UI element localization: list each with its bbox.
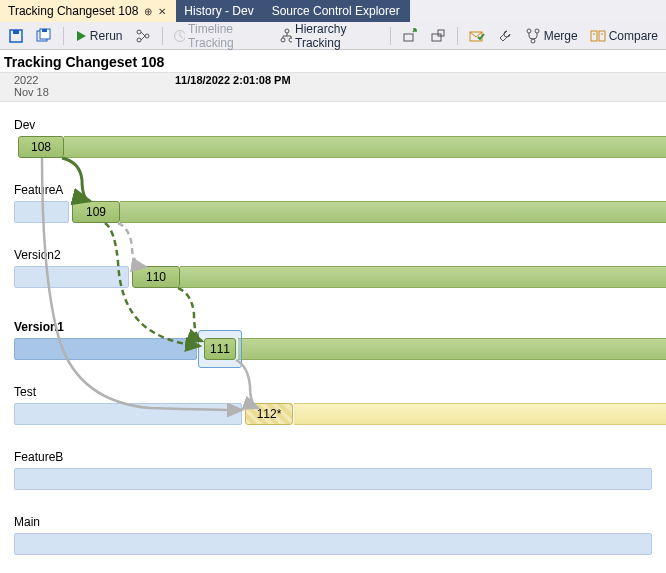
- timeline-tracking-button: Timeline Tracking: [169, 20, 270, 52]
- lane-version2: [180, 266, 666, 288]
- branch-button[interactable]: [131, 26, 155, 46]
- svg-rect-14: [432, 34, 441, 41]
- timeline-label: Timeline Tracking: [188, 22, 267, 50]
- merge-icon: [525, 28, 541, 44]
- lane-version1-blue: [14, 338, 197, 360]
- separator: [162, 27, 163, 45]
- svg-marker-5: [77, 31, 86, 41]
- lane-featureb: [14, 468, 652, 490]
- year-label: 2022: [14, 74, 38, 86]
- options-button[interactable]: [493, 26, 517, 46]
- compare-label: Compare: [609, 29, 658, 43]
- hierarchy-tracking-button[interactable]: Hierarchy Tracking: [275, 20, 383, 52]
- rerun-button[interactable]: Rerun: [71, 27, 127, 45]
- branch-label-version2: Version2: [14, 248, 61, 262]
- svg-point-18: [535, 29, 539, 33]
- svg-point-19: [531, 39, 535, 43]
- tab-source-control-explorer[interactable]: Source Control Explorer: [264, 0, 410, 22]
- envelope-check-icon: [469, 29, 485, 43]
- svg-point-11: [281, 38, 285, 42]
- svg-point-6: [137, 30, 141, 34]
- tab-bar: Tracking Changeset 108 ⊕ ✕ History - Dev…: [0, 0, 666, 22]
- save-all-button[interactable]: [32, 26, 56, 46]
- lane-test: [294, 403, 666, 425]
- changeset-108[interactable]: 108: [18, 136, 64, 158]
- datetime-label: 11/18/2022 2:01:08 PM: [175, 74, 291, 86]
- toolbar: Rerun Timeline Tracking Hierarchy Tracki…: [0, 22, 666, 50]
- lane-version2-blue: [14, 266, 129, 288]
- check-button[interactable]: [465, 27, 489, 45]
- changeset-109[interactable]: 109: [72, 201, 120, 223]
- hierarchy-icon: [135, 28, 151, 44]
- time-header: 2022 Nov 18 11/18/2022 2:01:08 PM: [0, 72, 666, 102]
- tab-tracking-changeset[interactable]: Tracking Changeset 108 ⊕ ✕: [0, 0, 176, 22]
- save-button[interactable]: [4, 26, 28, 46]
- svg-point-17: [527, 29, 531, 33]
- collapse-button[interactable]: [398, 26, 422, 46]
- lane-main: [14, 533, 652, 555]
- svg-rect-21: [599, 31, 605, 41]
- branch-label-dev: Dev: [14, 118, 35, 132]
- branch-label-version1: Version1: [14, 320, 64, 334]
- lane-featurea: [120, 201, 666, 223]
- hierarchy-icon: [279, 28, 292, 44]
- close-icon[interactable]: ✕: [158, 6, 166, 17]
- tab-label: History - Dev: [184, 4, 253, 18]
- changeset-112[interactable]: 112*: [245, 403, 293, 425]
- changeset-111[interactable]: 111: [204, 338, 236, 360]
- expand-icon: [430, 28, 446, 44]
- wrench-icon: [497, 28, 513, 44]
- tab-label: Tracking Changeset 108: [8, 4, 138, 18]
- changeset-110[interactable]: 110: [132, 266, 180, 288]
- lane-dev: [64, 136, 666, 158]
- svg-rect-13: [404, 34, 413, 41]
- month-day-label: Nov 18: [14, 86, 49, 98]
- separator: [390, 27, 391, 45]
- save-all-icon: [36, 28, 52, 44]
- branch-label-featurea: FeatureA: [14, 183, 63, 197]
- svg-point-10: [285, 29, 289, 33]
- svg-point-9: [175, 30, 185, 41]
- compare-button[interactable]: Compare: [586, 26, 662, 46]
- save-icon: [8, 28, 24, 44]
- lane-featurea-blue: [14, 201, 69, 223]
- play-icon: [75, 30, 87, 42]
- compare-icon: [590, 28, 606, 44]
- tab-label: Source Control Explorer: [272, 4, 400, 18]
- separator: [457, 27, 458, 45]
- svg-rect-20: [591, 31, 597, 41]
- branch-label-main: Main: [14, 515, 40, 529]
- hierarchy-label: Hierarchy Tracking: [295, 22, 379, 50]
- lane-test-blue: [14, 403, 242, 425]
- branch-label-test: Test: [14, 385, 36, 399]
- svg-point-12: [289, 38, 292, 42]
- collapse-icon: [402, 28, 418, 44]
- lane-version1: [238, 338, 666, 360]
- svg-rect-1: [13, 30, 19, 34]
- merge-button[interactable]: Merge: [521, 26, 582, 46]
- rerun-label: Rerun: [90, 29, 123, 43]
- branch-label-featureb: FeatureB: [14, 450, 63, 464]
- pin-icon[interactable]: ⊕: [144, 6, 152, 17]
- expand-button[interactable]: [426, 26, 450, 46]
- svg-point-7: [137, 38, 141, 42]
- svg-point-8: [145, 34, 149, 38]
- merge-label: Merge: [544, 29, 578, 43]
- clock-icon: [173, 29, 185, 43]
- tracking-visualization[interactable]: Dev 108 FeatureA 109 Version2 110 Versio…: [0, 102, 666, 573]
- page-title: Tracking Changeset 108: [0, 50, 666, 72]
- tab-history-dev[interactable]: History - Dev: [176, 0, 263, 22]
- svg-rect-4: [42, 29, 47, 32]
- separator: [63, 27, 64, 45]
